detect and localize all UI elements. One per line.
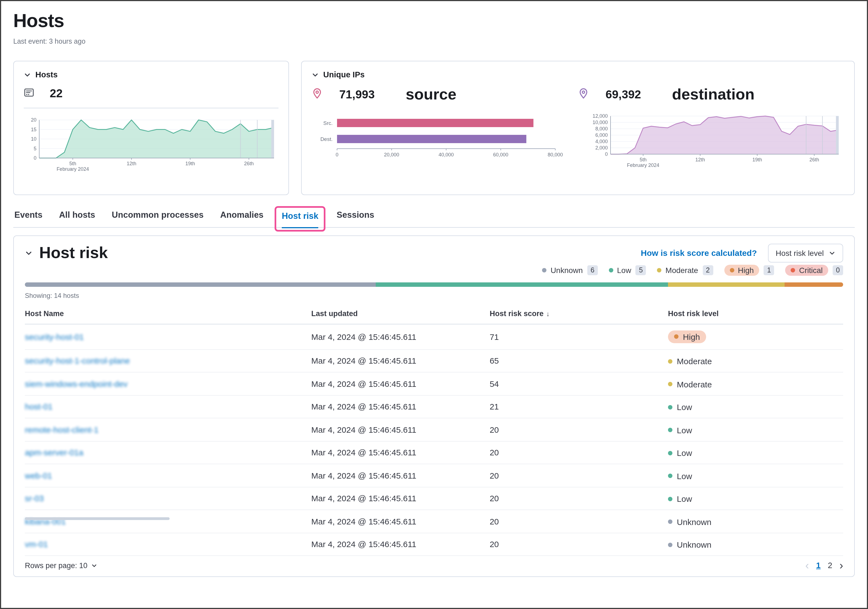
risk-level-cell: Low — [668, 487, 843, 510]
column-header-last-updated[interactable]: Last updated — [312, 305, 490, 324]
risk-score-cell: 20 — [490, 418, 668, 441]
distribution-segment-high — [784, 282, 843, 287]
table-row: host-01Mar 4, 2024 @ 15:46:45.61121Low — [25, 395, 843, 418]
svg-text:60,000: 60,000 — [493, 152, 508, 158]
legend-count-badge: 2 — [702, 265, 713, 275]
host-storage-icon — [24, 87, 34, 100]
risk-score-cell: 20 — [490, 487, 668, 510]
chevron-down-icon — [91, 562, 98, 569]
host-name-link[interactable]: sr-03 — [25, 494, 43, 503]
legend-label: Moderate — [665, 265, 698, 274]
page-2-button[interactable]: 2 — [828, 561, 832, 570]
unique-ips-area-chart: 02,0004,0006,0008,00010,00012,0005th12th… — [587, 113, 844, 169]
pagination: ‹12› — [805, 560, 843, 571]
last-updated-cell: Mar 4, 2024 @ 15:46:45.611 — [312, 372, 490, 395]
column-header-host-risk-level[interactable]: Host risk level — [668, 305, 843, 324]
collapse-chevron-icon[interactable] — [24, 71, 31, 78]
risk-score-cell: 65 — [490, 349, 668, 372]
risk-level-cell: Unknown — [668, 533, 843, 556]
svg-text:5th: 5th — [69, 161, 76, 166]
risk-level-dot-icon — [668, 542, 673, 547]
page-header: Hosts Last event: 3 hours ago — [13, 1, 855, 45]
host-name-link[interactable]: vm-01 — [25, 540, 48, 549]
host-name-link[interactable]: host-01 — [25, 402, 53, 411]
svg-text:6,000: 6,000 — [595, 132, 608, 138]
column-header-host-name[interactable]: Host Name — [25, 305, 312, 324]
last-updated-cell: Mar 4, 2024 @ 15:46:45.611 — [312, 487, 490, 510]
svg-text:12,000: 12,000 — [592, 113, 608, 119]
tab-sessions[interactable]: Sessions — [337, 210, 374, 227]
svg-text:February 2024: February 2024 — [627, 163, 659, 168]
tab-bar: EventsAll hostsUncommon processesAnomali… — [13, 209, 855, 228]
host-name-link[interactable]: remote-host-client-1 — [25, 425, 99, 434]
legend-item-moderate[interactable]: Moderate2 — [657, 265, 713, 275]
table-row: security-host-1-control-planeMar 4, 2024… — [25, 349, 843, 372]
previous-page-button[interactable]: ‹ — [805, 560, 809, 571]
risk-table-head-row: Host NameLast updatedHost risk score↓Hos… — [25, 305, 843, 324]
source-ip-count: 71,993 — [339, 88, 375, 101]
tab-anomalies[interactable]: Anomalies — [220, 210, 264, 227]
tab-host-risk[interactable]: Host risk — [282, 211, 319, 228]
legend-label: High — [738, 265, 754, 274]
column-header-host-risk-score[interactable]: Host risk score↓ — [490, 305, 668, 324]
last-updated-cell: Mar 4, 2024 @ 15:46:45.611 — [312, 464, 490, 487]
risk-level-cell: Moderate — [668, 349, 843, 372]
svg-text:80,000: 80,000 — [547, 152, 563, 158]
svg-text:0: 0 — [336, 152, 338, 158]
risk-level-dot-icon — [668, 497, 673, 501]
svg-text:10,000: 10,000 — [592, 119, 608, 125]
table-row: apm-server-01aMar 4, 2024 @ 15:46:45.611… — [25, 441, 843, 464]
table-row: kibana-001Mar 4, 2024 @ 15:46:45.61120Un… — [25, 510, 843, 533]
risk-score-cell: 20 — [490, 441, 668, 464]
table-row: security-host-01Mar 4, 2024 @ 15:46:45.6… — [25, 324, 843, 349]
risk-level-dot-icon — [668, 451, 673, 455]
table-row: vm-01Mar 4, 2024 @ 15:46:45.61120Unknown — [25, 533, 843, 556]
legend-item-high[interactable]: High1 — [724, 265, 774, 276]
risk-table-wrap: Host NameLast updatedHost risk score↓Hos… — [25, 305, 843, 556]
host-name-link[interactable]: apm-server-01a — [25, 448, 84, 457]
tab-all-hosts[interactable]: All hosts — [59, 210, 95, 227]
destination-ips-kpi: 69,392 destination — [578, 86, 844, 103]
rows-per-page-button[interactable]: Rows per page: 10 — [25, 561, 98, 569]
svg-text:Src.: Src. — [323, 120, 333, 126]
next-page-button[interactable]: › — [840, 560, 843, 571]
host-name-link[interactable]: siem-windows-endpoint-dev — [25, 379, 128, 389]
showing-count: Showing: 14 hosts — [25, 291, 843, 299]
legend-item-critical[interactable]: Critical0 — [786, 265, 843, 276]
last-event-text: Last event: 3 hours ago — [13, 37, 855, 45]
risk-score-cell: 71 — [490, 324, 668, 349]
legend-count-badge: 5 — [636, 265, 646, 275]
legend-label: Unknown — [550, 265, 583, 274]
tab-uncommon-processes[interactable]: Uncommon processes — [112, 210, 204, 227]
page-1-button[interactable]: 1 — [816, 561, 820, 570]
collapse-chevron-icon[interactable] — [312, 71, 319, 78]
host-name-link[interactable]: security-host-01 — [25, 332, 84, 341]
sort-descending-icon: ↓ — [546, 310, 550, 318]
legend-item-low[interactable]: Low5 — [609, 265, 646, 275]
table-row: web-01Mar 4, 2024 @ 15:46:45.61120Low — [25, 464, 843, 487]
source-label: source — [406, 86, 456, 103]
kpi-row: Hosts 22 051015205th12th19th26thFebruary… — [13, 61, 855, 195]
table-footer: Rows per page: 10 ‹12› — [25, 560, 843, 571]
svg-text:12th: 12th — [695, 157, 705, 163]
svg-text:2,000: 2,000 — [595, 145, 608, 150]
collapse-chevron-icon[interactable] — [25, 249, 33, 257]
host-name-link[interactable]: security-host-1-control-plane — [25, 356, 130, 366]
svg-text:40,000: 40,000 — [439, 152, 454, 158]
risk-level-cell: Unknown — [668, 510, 843, 533]
risk-score-help-link[interactable]: How is risk score calculated? — [641, 248, 757, 257]
svg-text:8,000: 8,000 — [595, 126, 608, 132]
horizontal-scrollbar[interactable] — [25, 517, 170, 520]
last-updated-cell: Mar 4, 2024 @ 15:46:45.611 — [312, 324, 490, 349]
risk-level-cell: High — [668, 324, 843, 349]
legend-count-badge: 1 — [764, 265, 774, 275]
risk-level-dot-icon — [668, 428, 673, 432]
hosts-panel-title: Hosts — [36, 70, 58, 79]
host-risk-level-filter-button[interactable]: Host risk level — [768, 243, 843, 262]
legend-item-unknown[interactable]: Unknown6 — [542, 265, 598, 275]
tab-events[interactable]: Events — [14, 210, 43, 227]
page-title: Hosts — [13, 10, 855, 31]
host-name-link[interactable]: web-01 — [25, 471, 52, 480]
unique-ips-kpi-panel: Unique IPs 71,993 source 69,392 destinat… — [301, 61, 855, 195]
hosts-area-chart: 051015205th12th19th26thFebruary 2024 — [24, 117, 280, 172]
